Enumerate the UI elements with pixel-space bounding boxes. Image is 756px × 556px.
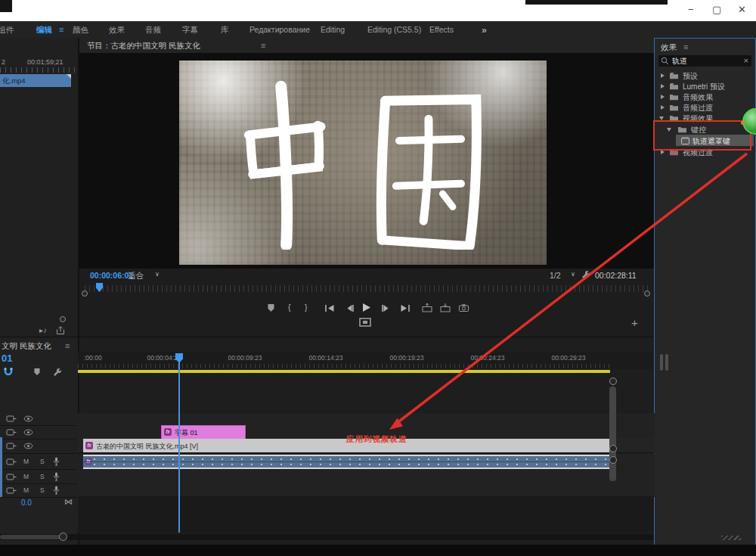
track-toggle-icon[interactable]	[6, 458, 17, 465]
lift-icon[interactable]	[422, 303, 432, 312]
workspace-tab-captions[interactable]: 字幕	[182, 25, 198, 36]
audio-waveform	[94, 464, 608, 465]
minimize-button[interactable]: −	[688, 5, 694, 14]
workspace-tab-edit-menu-icon[interactable]: ≡	[59, 25, 64, 34]
workspace-tab-edit[interactable]: 编辑	[36, 25, 52, 36]
collapse-tracks-icon[interactable]: ⋈	[64, 497, 73, 507]
work-area-bar[interactable]	[78, 370, 610, 373]
mic-icon[interactable]	[53, 472, 60, 481]
track-output-eye-icon[interactable]	[23, 443, 33, 449]
tree-row-lumetri-presets[interactable]: Lumetri 预设	[655, 81, 755, 92]
timeline-marker-icon[interactable]	[33, 368, 41, 376]
solo-button[interactable]: S	[40, 458, 45, 465]
program-scrubber[interactable]	[85, 285, 650, 292]
go-to-out-icon[interactable]	[400, 304, 411, 312]
panel-grip[interactable]	[665, 354, 668, 371]
settings-wrench-icon[interactable]	[581, 270, 590, 279]
search-clear-icon[interactable]: ×	[744, 56, 748, 65]
close-button[interactable]: ✕	[738, 5, 746, 14]
effects-search-box[interactable]: ×	[658, 55, 751, 67]
timeline-hscroll-handle[interactable]	[59, 533, 67, 541]
track-toggle-icon[interactable]	[6, 443, 17, 449]
mic-icon[interactable]	[53, 457, 60, 466]
timeline-vscrollbar[interactable]	[609, 387, 616, 481]
mark-in-icon[interactable]: {	[288, 303, 291, 312]
timeline-ruler[interactable]: :00:00 00:00:04:23 00:00:09:23 00:00:14:…	[78, 352, 654, 369]
program-panel-menu-icon[interactable]: ≡	[261, 41, 265, 50]
workspace-tab-audio[interactable]: 音频	[145, 25, 161, 36]
clip-end-handle[interactable]	[609, 456, 617, 464]
mute-button[interactable]: M	[23, 458, 29, 465]
project-scroll-dot[interactable]	[60, 316, 66, 322]
timeline-hscroll-thumb[interactable]	[0, 535, 64, 539]
track-lane-a2[interactable]	[78, 469, 655, 483]
play-button-icon[interactable]	[361, 303, 371, 312]
fx-badge: fx	[164, 428, 172, 436]
track-header-v1	[0, 440, 76, 454]
effects-tab[interactable]: 效果	[661, 42, 677, 53]
project-selected-clip[interactable]: 化.mp4	[0, 74, 71, 87]
go-to-in-icon[interactable]	[324, 304, 335, 312]
step-back-icon[interactable]	[345, 304, 355, 312]
add-marker-icon[interactable]	[267, 303, 275, 312]
track-lane-a3[interactable]	[78, 483, 655, 497]
workspace-tab-effects-en[interactable]: Effects	[429, 25, 454, 34]
mute-button[interactable]: M	[23, 473, 29, 480]
solo-button[interactable]: S	[40, 473, 45, 480]
workspace-tab-editing-cs55[interactable]: Editing (CS5.5)	[367, 25, 421, 34]
tree-row-presets[interactable]: 预设	[655, 70, 755, 81]
audio-clip[interactable]: fx	[83, 455, 610, 469]
workspace-tab-effects[interactable]: 效果	[109, 25, 125, 36]
preview-play-icon[interactable]: ▸♪	[39, 326, 47, 334]
scrubber-left-dot[interactable]	[82, 290, 88, 297]
track-lane-v3[interactable]	[78, 413, 655, 426]
timeline-wrench-icon[interactable]	[53, 368, 62, 377]
maximize-button[interactable]: ▢	[712, 5, 721, 14]
tree-row-audio-transitions[interactable]: 音频过渡	[655, 102, 755, 113]
resolution-dropdown[interactable]: 1/2	[550, 271, 561, 280]
track-toggle-icon[interactable]	[6, 429, 17, 436]
resolution-chevron-icon[interactable]: ∨	[571, 271, 575, 278]
workspace-tab-color[interactable]: 颜色	[73, 25, 88, 36]
scrubber-right-dot[interactable]	[644, 290, 650, 297]
snap-icon[interactable]	[3, 367, 14, 376]
program-tab[interactable]: 节目：古老的中国文明 民族文化	[87, 41, 200, 51]
panel-resize-grip[interactable]	[721, 536, 741, 540]
project-panel: 2 00:01;59;21 化.mp4 ▸♪	[0, 38, 78, 337]
track-output-eye-icon[interactable]	[23, 429, 33, 436]
workspace-tab-editing-ru[interactable]: Редактирование	[249, 25, 310, 34]
track-toggle-icon[interactable]	[6, 474, 17, 480]
workspace-tab-editing[interactable]: Editing	[321, 25, 345, 34]
timeline-vscroll-top-handle[interactable]	[609, 377, 617, 385]
extract-icon[interactable]	[440, 303, 451, 312]
effects-search-input[interactable]	[672, 55, 739, 67]
mark-out-icon[interactable]: }	[305, 303, 308, 312]
export-icon[interactable]	[56, 326, 65, 335]
workspace-tab-library[interactable]: 库	[221, 25, 229, 36]
playhead-line[interactable]	[178, 353, 180, 533]
button-editor-plus-icon[interactable]: +	[631, 316, 638, 329]
track-output-eye-icon[interactable]	[23, 415, 33, 422]
track-toggle-icon[interactable]	[6, 487, 17, 494]
timeline-hscroll-track[interactable]	[0, 534, 654, 540]
panel-grip[interactable]	[660, 354, 663, 371]
folder-icon	[669, 72, 679, 79]
clip-end-handle[interactable]	[609, 445, 617, 452]
track-toggle-icon[interactable]	[6, 415, 17, 422]
timeline-panel-menu-icon[interactable]: ≡	[65, 341, 70, 350]
fit-dropdown-chevron-icon[interactable]: ∨	[155, 271, 160, 278]
export-frame-icon[interactable]	[459, 304, 469, 312]
step-forward-icon[interactable]	[381, 304, 390, 312]
timeline-tab[interactable]: 文明 民族文化	[2, 341, 51, 352]
solo-button[interactable]: S	[40, 486, 45, 494]
workspace-tab-components[interactable]: 组件	[0, 25, 14, 36]
safe-margins-icon[interactable]	[359, 318, 371, 327]
mute-button[interactable]: M	[23, 486, 29, 494]
tree-row-audio-effects[interactable]: 音频效果	[655, 92, 755, 102]
subtitle-clip[interactable]: fx 字幕 01	[161, 425, 246, 440]
fit-dropdown[interactable]: 适合	[128, 271, 144, 281]
effects-panel-menu-icon[interactable]: ≡	[683, 42, 688, 51]
workspace-overflow-icon[interactable]: »	[482, 25, 487, 36]
folder-icon	[669, 104, 679, 111]
mic-icon[interactable]	[53, 486, 60, 495]
